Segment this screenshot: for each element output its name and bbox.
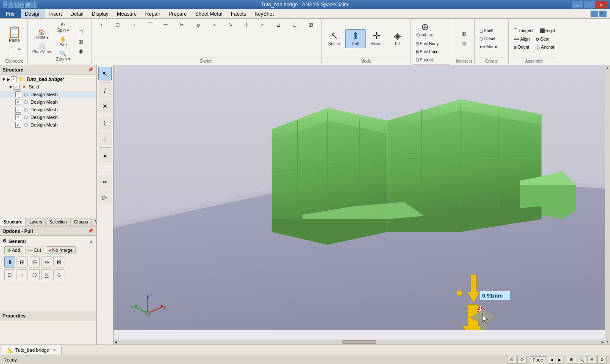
tool-shape5[interactable]: ◇ (53, 269, 64, 280)
tool-shape3[interactable]: ⬡ (29, 269, 40, 280)
tool-shape2[interactable]: ○ (17, 269, 28, 280)
tree-checkbox-mesh3[interactable] (15, 107, 21, 113)
sketch-tool2[interactable]: ⌀ (191, 20, 206, 29)
tab-groups[interactable]: Groups (71, 218, 92, 226)
menu-display[interactable]: Display (88, 9, 113, 18)
tree-item-mesh5[interactable]: ⬡ Design Mesh (0, 121, 96, 129)
tab-selection[interactable]: Selection (46, 218, 70, 226)
sketch-rect[interactable]: □ (110, 20, 125, 29)
nav-prev-icon[interactable]: ◀ (548, 356, 555, 364)
vtool-arrow[interactable]: ▷ (98, 190, 112, 204)
add-button[interactable]: ✚ Add (4, 246, 23, 254)
menu-design[interactable]: Design (21, 9, 45, 18)
general-section-header[interactable]: ⚙ General ▲ (3, 237, 94, 245)
splitface-button[interactable]: ⊠ Split Face (413, 48, 441, 55)
menu-prepare[interactable]: Prepare (164, 9, 191, 18)
orient-asm-button[interactable]: ⊛ Orient (511, 44, 531, 51)
options-pin-icon[interactable]: 📌 (88, 228, 94, 234)
view3[interactable]: ◉ (73, 47, 89, 55)
project-button[interactable]: ⊡ Project (413, 56, 441, 63)
tree-item-root[interactable]: ▼ ▶ 📁 Tuto_bad bridge* (0, 75, 96, 83)
settings-icon[interactable]: ⚙ (597, 356, 607, 364)
sketch-spline[interactable]: 〜 (158, 20, 174, 29)
sketch-tool7[interactable]: ⊿ (271, 20, 286, 29)
nomerge-button[interactable]: ● No merge (46, 246, 76, 254)
maximize-button[interactable]: □ (584, 1, 595, 8)
collapse-icon[interactable]: ▲ (89, 239, 94, 244)
select-button[interactable]: ↖ Select (324, 29, 344, 48)
viewport-scrollbar-v[interactable]: ▲ ▼ (605, 65, 610, 345)
h-scrollbar-thumb[interactable] (342, 340, 376, 344)
tool-pull2[interactable]: ⊞ (17, 256, 28, 267)
zoom-in-icon[interactable]: 🔍 (577, 356, 586, 364)
rigid-button[interactable]: ⬛ Rigid (538, 26, 557, 35)
move-button[interactable]: ✛ Move (366, 29, 387, 48)
tree-item-mesh2[interactable]: ⬡ Design Mesh (0, 98, 96, 106)
vtool-cursor[interactable]: ↖ (98, 67, 112, 80)
pan-button[interactable]: ✋ Pan (54, 35, 72, 49)
viewport-scrollbar-h[interactable]: ◀ ▶ (114, 339, 605, 345)
bottom-tab-model[interactable]: 📐 Tuto_bad bridge* ✕ (2, 346, 62, 354)
tab-layers[interactable]: Layers (26, 218, 46, 226)
pin-icon[interactable]: 📌 (88, 67, 94, 72)
tree-checkbox-mesh4[interactable] (15, 114, 21, 120)
sketch-circle[interactable]: ○ (126, 20, 141, 29)
planview-button[interactable]: ⬜ Plan View (30, 42, 53, 56)
view2[interactable]: ⊞ (73, 37, 89, 46)
zoom-fit-icon[interactable]: ⊞ (567, 356, 576, 364)
tree-checkbox-mesh5[interactable] (15, 122, 21, 128)
offset-button[interactable]: ⬡ Offset (477, 35, 498, 42)
tree-item-solid[interactable]: ▼ ■ Solid (0, 83, 96, 91)
close-button[interactable]: ✕ (596, 1, 607, 8)
vtool-intersect2[interactable]: ⊹ (98, 132, 112, 146)
tree-checkbox-mesh2[interactable] (15, 99, 21, 105)
vtool-pencil[interactable]: ✏ (98, 175, 112, 189)
mirror-button[interactable]: ⟺ Mirror (477, 43, 499, 50)
home-button[interactable]: 🏠 Home ▾ (30, 28, 53, 41)
tool-shape1[interactable]: □ (4, 269, 15, 280)
tree-item-mesh3[interactable]: ⬡ Design Mesh (0, 106, 96, 113)
fill-button[interactable]: ◈ Fill (388, 29, 408, 48)
splitbody-button[interactable]: ⊟ Split Body (413, 40, 441, 47)
tool-pull1[interactable]: ⇑ (4, 256, 15, 267)
view-mode-btn2[interactable]: ⊘ (517, 356, 527, 364)
expand-icon[interactable]: ▼ (2, 77, 6, 82)
tangent-button[interactable]: ⌒ Tangent (511, 26, 536, 35)
solid-expand-icon[interactable]: ▼ (8, 85, 13, 89)
zoom-button[interactable]: 🔍 Zoom ▾ (54, 49, 72, 63)
anchor-button[interactable]: ⚓ Anchor (533, 44, 557, 51)
scroll-up-icon[interactable]: ▲ (606, 66, 609, 70)
menu-file[interactable]: File (0, 9, 21, 18)
face-selector[interactable]: Face (530, 356, 546, 363)
vtool-star[interactable]: ✦ (98, 149, 112, 163)
tool-pull4[interactable]: ⇔ (41, 256, 52, 267)
shell-button[interactable]: ◻ Shell (477, 27, 495, 34)
pull-button[interactable]: ⬆ Pull (345, 29, 366, 48)
sketch-tool6[interactable]: ⌐ (255, 20, 270, 29)
tool-pull3[interactable]: ⊟ (29, 256, 40, 267)
minimize-button[interactable]: — (572, 1, 583, 8)
sketch-tool3[interactable]: ⌁ (207, 20, 222, 29)
paste-button[interactable]: 📋 Paste (4, 24, 25, 45)
tree-item-mesh4[interactable]: ⬡ Design Mesh (0, 113, 96, 121)
view-mode-btn1[interactable]: ⊙ (507, 356, 516, 364)
menu-sheetmetal[interactable]: Sheet Metal (191, 9, 227, 18)
menu-repair[interactable]: Repair (141, 9, 164, 18)
scroll-down-icon[interactable]: ▼ (606, 340, 609, 344)
vtool-line2[interactable]: ⌇ (98, 117, 112, 130)
sketch-tool5[interactable]: ⊹ (239, 20, 254, 29)
combine-button[interactable]: ⊕ Combine (413, 20, 436, 39)
orient-view-button[interactable]: ☐ (73, 28, 89, 37)
intersect1[interactable]: ⊞ (456, 29, 471, 38)
cut-button[interactable]: ✂ (16, 46, 23, 53)
sketch-arc[interactable]: ⌒ (142, 20, 158, 29)
tree-checkbox-root[interactable] (11, 76, 17, 82)
sketch-trim[interactable]: ✂ (175, 20, 190, 29)
scroll-left-icon[interactable]: ◀ (114, 340, 117, 344)
menu-measure[interactable]: Measure (113, 9, 141, 18)
menu-keyshot[interactable]: KeyShot (250, 9, 278, 18)
copy-button[interactable]: 📄 (6, 46, 15, 53)
tool-pull5[interactable]: ⊠ (53, 256, 64, 267)
viewport[interactable]: 0.91mm Z X Y (114, 65, 610, 345)
sketch-tool8[interactable]: ∟ (287, 20, 302, 29)
